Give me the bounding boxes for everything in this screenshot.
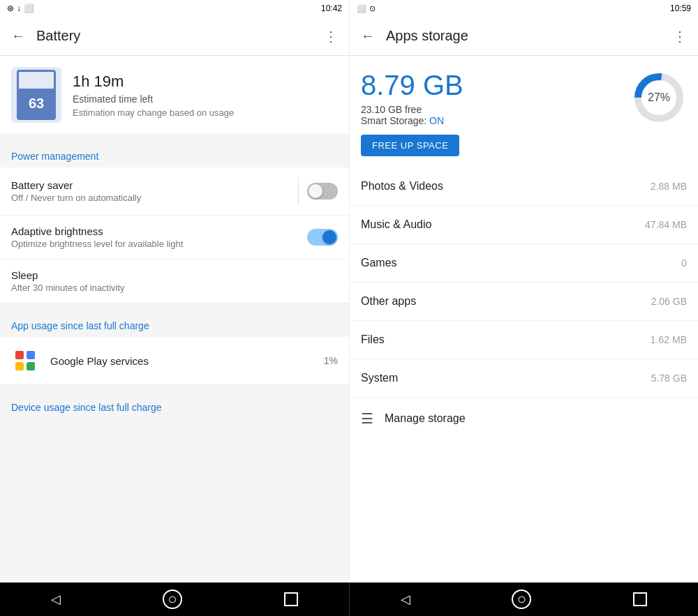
toggle-divider <box>298 177 299 205</box>
smart-storage-row: Smart Storage: ON <box>361 115 620 126</box>
adaptive-brightness-content: Adaptive brightness Optimize brightness … <box>11 225 299 249</box>
nav-back-right[interactable]: ◁ <box>401 592 410 607</box>
storage-row-games[interactable]: Games 0 <box>350 244 698 283</box>
storage-bottom-nav: ◁ ○ <box>349 583 698 616</box>
left-icon1: ⊛ <box>7 3 14 13</box>
storage-row-size-photos: 2.88 MB <box>651 181 687 192</box>
sleep-title: Sleep <box>11 269 338 281</box>
left-status-time: 10:42 <box>321 3 342 13</box>
right-status-bar: ⬜ ⊙ 10:59 <box>349 0 698 17</box>
storage-more-button[interactable]: ⋮ <box>673 28 687 45</box>
power-management-header: Power management <box>0 140 349 167</box>
storage-donut-chart: 27% <box>631 70 687 126</box>
svg-rect-2 <box>15 362 24 370</box>
battery-summary: 63 1h 19m Estimated time left Estimation… <box>0 56 349 134</box>
storage-size: 8.79 GB <box>361 70 620 101</box>
smart-storage-label: Smart Storage: <box>361 115 426 126</box>
storage-row-size-files: 1.62 MB <box>651 334 687 345</box>
svg-rect-3 <box>27 362 35 370</box>
storage-row-size-system: 5.78 GB <box>651 373 687 384</box>
battery-app-bar: ← Battery ⋮ <box>0 17 349 56</box>
nav-recent-right[interactable] <box>633 592 647 606</box>
storage-summary: 8.79 GB 23.10 GB free Smart Storage: ON … <box>350 56 698 167</box>
storage-row-system[interactable]: System 5.78 GB <box>350 359 698 398</box>
battery-time-left: 1h 19m <box>73 73 338 91</box>
app-usage-header: App usage since last full charge <box>0 309 349 337</box>
right-icon1: ⬜ <box>357 4 366 13</box>
right-status-time: 10:59 <box>670 3 691 13</box>
sleep-subtitle: After 30 minutes of inactivity <box>11 283 338 293</box>
sleep-content: Sleep After 30 minutes of inactivity <box>11 269 338 293</box>
battery-percentage-number: 63 <box>29 96 44 112</box>
storage-info-text: 8.79 GB 23.10 GB free Smart Storage: ON … <box>361 70 620 156</box>
divider1 <box>0 134 349 140</box>
nav-recent-left[interactable] <box>284 592 298 606</box>
storage-list: Photos & Videos 2.88 MB Music & Audio 47… <box>350 167 698 583</box>
adaptive-brightness-subtitle: Optimize brightness level for available … <box>11 239 299 249</box>
battery-saver-item[interactable]: Battery saver Off / Never turn on automa… <box>0 167 349 216</box>
donut-percent-label: 27% <box>648 91 670 104</box>
google-play-label: Google Play services <box>50 355 324 367</box>
battery-screen: ← Battery ⋮ 63 1h 19m Estimated time lef… <box>0 17 349 583</box>
google-play-usage-item[interactable]: Google Play services 1% <box>0 337 349 385</box>
battery-estimated-label: Estimated time left <box>73 93 338 105</box>
storage-row-photos[interactable]: Photos & Videos 2.88 MB <box>350 167 698 206</box>
storage-row-music[interactable]: Music & Audio 47.84 MB <box>350 206 698 244</box>
battery-back-button[interactable]: ← <box>11 28 25 44</box>
battery-title: Battery <box>36 28 324 44</box>
toggle-thumb-off <box>309 184 322 198</box>
battery-level-indicator: 63 <box>17 70 56 120</box>
storage-row-name-games: Games <box>361 257 397 269</box>
manage-storage-icon: ☰ <box>361 410 373 427</box>
divider3 <box>0 385 349 391</box>
storage-app-bar: ← Apps storage ⋮ <box>350 17 698 56</box>
adaptive-brightness-item[interactable]: Adaptive brightness Optimize brightness … <box>0 216 349 260</box>
battery-info-text: 1h 19m Estimated time left Estimation ma… <box>73 73 338 118</box>
battery-saver-subtitle: Off / Never turn on automatically <box>11 193 290 203</box>
battery-icon: 63 <box>11 67 61 123</box>
adaptive-brightness-toggle[interactable] <box>307 229 338 246</box>
storage-title: Apps storage <box>386 28 673 44</box>
svg-rect-1 <box>27 351 35 359</box>
battery-fill: 63 <box>19 89 54 118</box>
google-play-info: Google Play services <box>50 355 324 367</box>
free-up-space-button[interactable]: FREE UP SPACE <box>361 135 459 156</box>
svg-rect-0 <box>15 351 24 359</box>
battery-bottom-nav: ◁ ○ <box>0 583 349 616</box>
smart-storage-value: ON <box>429 115 444 126</box>
divider2 <box>0 303 349 309</box>
storage-row-size-games: 0 <box>681 257 687 269</box>
storage-row-size-other: 2.06 GB <box>651 296 687 307</box>
storage-row-size-music: 47.84 MB <box>645 219 687 230</box>
nav-home-left[interactable]: ○ <box>163 589 182 609</box>
google-play-icon <box>11 347 39 375</box>
storage-screen: ← Apps storage ⋮ 8.79 GB 23.10 GB free S… <box>349 17 698 583</box>
left-icon2: ↓ <box>17 3 21 13</box>
battery-saver-content: Battery saver Off / Never turn on automa… <box>11 179 290 203</box>
battery-saver-toggle[interactable] <box>307 183 338 200</box>
storage-row-name-other: Other apps <box>361 295 416 308</box>
storage-row-name-music: Music & Audio <box>361 218 431 231</box>
nav-home-right[interactable]: ○ <box>512 589 531 609</box>
manage-storage-label: Manage storage <box>385 412 466 425</box>
manage-storage-row[interactable]: ☰ Manage storage <box>350 398 698 440</box>
battery-saver-title: Battery saver <box>11 179 290 191</box>
battery-estimation-note: Estimation may change based on usage <box>73 107 338 118</box>
storage-row-files[interactable]: Files 1.62 MB <box>350 321 698 359</box>
storage-back-button[interactable]: ← <box>361 28 375 44</box>
google-play-percent: 1% <box>324 355 338 366</box>
nav-back-left[interactable]: ◁ <box>51 592 61 607</box>
battery-more-button[interactable]: ⋮ <box>324 28 338 45</box>
sleep-item[interactable]: Sleep After 30 minutes of inactivity <box>0 260 349 303</box>
right-icon2: ⊙ <box>369 4 376 13</box>
left-status-bar: ⊛ ↓ ⬜ 10:42 <box>0 0 349 17</box>
adaptive-brightness-title: Adaptive brightness <box>11 225 299 237</box>
left-icon3: ⬜ <box>24 3 34 13</box>
storage-free: 23.10 GB free <box>361 104 620 115</box>
svg-point-4 <box>22 358 28 363</box>
storage-row-name-files: Files <box>361 333 385 346</box>
storage-row-name-photos: Photos & Videos <box>361 180 443 193</box>
storage-row-name-system: System <box>361 372 398 384</box>
storage-row-other[interactable]: Other apps 2.06 GB <box>350 283 698 321</box>
device-usage-header: Device usage since last full charge <box>0 391 349 419</box>
